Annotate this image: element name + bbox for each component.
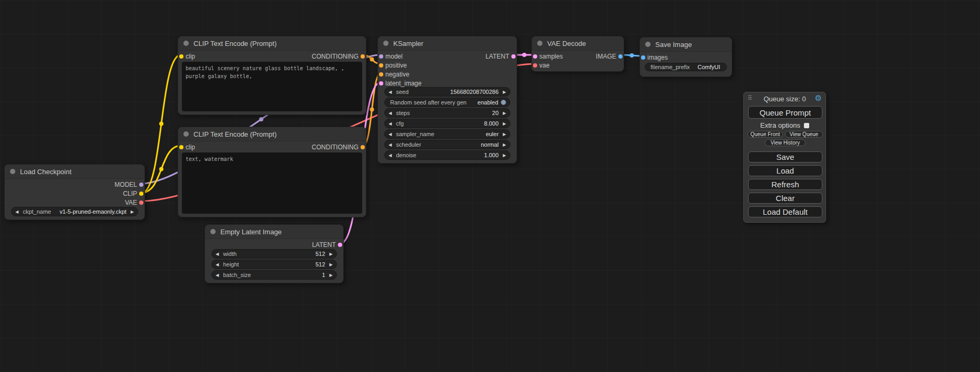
queue-front-button[interactable]: Queue Front <box>748 131 783 138</box>
node-title-bar[interactable]: CLIP Text Encode (Prompt) <box>178 36 366 51</box>
collapse-dot-icon[interactable] <box>10 169 15 174</box>
output-dot-latent[interactable] <box>511 54 516 59</box>
output-dot-conditioning[interactable] <box>361 145 365 149</box>
increment-arrow-icon[interactable]: ▶ <box>329 273 333 278</box>
output-slot-latent: LATENT <box>205 240 343 249</box>
input-dot-samples[interactable] <box>533 54 537 59</box>
output-dot-image[interactable] <box>618 54 623 59</box>
decrement-arrow-icon[interactable]: ◀ <box>15 209 18 214</box>
widget-label: denoise <box>396 152 416 158</box>
decrement-arrow-icon[interactable]: ◀ <box>389 142 392 147</box>
collapse-dot-icon[interactable] <box>210 229 216 234</box>
collapse-dot-icon[interactable] <box>537 41 542 46</box>
decrement-arrow-icon[interactable]: ◀ <box>389 90 392 94</box>
node-title-bar[interactable]: CLIP Text Encode (Prompt) <box>178 127 366 141</box>
slot-label: negative <box>385 71 409 78</box>
widget-seed[interactable]: ◀ seed 156680208700286 ▶ <box>384 87 510 97</box>
increment-arrow-icon[interactable]: ▶ <box>503 111 506 116</box>
decrement-arrow-icon[interactable]: ◀ <box>389 111 392 116</box>
queue-prompt-button[interactable]: Queue Prompt <box>748 106 822 119</box>
view-queue-button[interactable]: View Queue <box>785 131 823 138</box>
slot-label: clip <box>186 144 195 151</box>
collapse-dot-icon[interactable] <box>383 41 389 46</box>
node-title-bar[interactable]: VAE Decode <box>532 36 624 51</box>
collapse-dot-icon[interactable] <box>183 131 189 137</box>
node-clip-text-encode-positive[interactable]: CLIP Text Encode (Prompt) clip CONDITION… <box>178 36 366 115</box>
widget-value: 8.000 <box>484 120 499 127</box>
output-dot-latent[interactable] <box>338 243 342 247</box>
decrement-arrow-icon[interactable]: ◀ <box>389 132 392 137</box>
node-title-bar[interactable]: Empty Latent Image <box>205 225 343 239</box>
widget-steps[interactable]: ◀ steps 20 ▶ <box>384 108 510 118</box>
input-dot-vae[interactable] <box>533 63 537 68</box>
drag-handle-icon[interactable]: ⠿ <box>748 94 752 102</box>
widget-scheduler[interactable]: ◀ scheduler normal ▶ <box>384 140 510 149</box>
decrement-arrow-icon[interactable]: ◀ <box>389 153 392 158</box>
output-dot-conditioning[interactable] <box>361 54 365 59</box>
extra-options-checkbox[interactable] <box>804 123 809 128</box>
increment-arrow-icon[interactable]: ▶ <box>329 262 333 267</box>
decrement-arrow-icon[interactable]: ◀ <box>216 262 219 267</box>
widget-ckpt-name[interactable]: ◀ ckpt_name v1-5-pruned-emaonly.ckpt ▶ <box>11 207 138 216</box>
node-title-bar[interactable]: Save Image <box>640 37 732 52</box>
toggle-knob-icon[interactable] <box>501 100 506 105</box>
prompt-textarea[interactable]: beautiful scenery nature glass bottle la… <box>182 62 362 111</box>
slot-row: clip CONDITIONING <box>178 52 366 61</box>
node-clip-text-encode-negative[interactable]: CLIP Text Encode (Prompt) clip CONDITION… <box>178 127 366 217</box>
input-dot-images[interactable] <box>641 55 645 60</box>
node-title-bar[interactable]: Load Checkpoint <box>5 165 144 179</box>
widget-width[interactable]: ◀ width 512 ▶ <box>211 249 337 259</box>
input-dot-positive[interactable] <box>379 63 383 68</box>
widget-height[interactable]: ◀ height 512 ▶ <box>211 260 337 269</box>
node-load-checkpoint[interactable]: Load Checkpoint MODEL CLIP VAE ◀ ckpt_na… <box>4 164 145 220</box>
output-dot-vae[interactable] <box>139 201 143 205</box>
output-dot-clip[interactable] <box>139 192 143 196</box>
input-dot-clip[interactable] <box>179 54 183 59</box>
increment-arrow-icon[interactable]: ▶ <box>503 132 506 137</box>
output-dot-model[interactable] <box>139 183 143 187</box>
widget-random-seed-toggle[interactable]: Random seed after every gen enabled <box>384 98 510 107</box>
decrement-arrow-icon[interactable]: ◀ <box>389 121 392 126</box>
increment-arrow-icon[interactable]: ▶ <box>503 142 506 147</box>
widget-sampler-name[interactable]: ◀ sampler_name euler ▶ <box>384 129 510 139</box>
node-save-image[interactable]: Save Image images filename_prefix ComfyU… <box>639 37 732 77</box>
collapse-dot-icon[interactable] <box>645 42 651 47</box>
slot-label: VAE <box>125 199 137 206</box>
slot-label: latent_image <box>385 80 422 87</box>
decrement-arrow-icon[interactable]: ◀ <box>216 252 219 256</box>
input-dot-negative[interactable] <box>379 72 383 77</box>
node-title-bar[interactable]: KSampler <box>378 36 517 51</box>
settings-gear-icon[interactable]: ⚙ <box>815 93 822 103</box>
widget-batch-size[interactable]: ◀ batch_size 1 ▶ <box>211 270 337 280</box>
node-ksampler[interactable]: KSampler model LATENT positive negative … <box>377 36 517 164</box>
clear-button[interactable]: Clear <box>748 193 822 204</box>
widget-denoise[interactable]: ◀ denoise 1.000 ▶ <box>384 150 510 160</box>
node-vae-decode[interactable]: VAE Decode samples IMAGE vae <box>531 36 624 72</box>
increment-arrow-icon[interactable]: ▶ <box>131 209 134 214</box>
widget-filename-prefix[interactable]: filename_prefix ComfyUI <box>645 63 727 71</box>
refresh-button[interactable]: Refresh <box>748 179 822 190</box>
view-history-button[interactable]: View History <box>765 139 806 146</box>
output-slot-vae: VAE <box>5 198 144 207</box>
load-button[interactable]: Load <box>748 165 822 176</box>
widget-value: 156680208700286 <box>450 89 499 95</box>
decrement-arrow-icon[interactable]: ◀ <box>216 273 219 278</box>
input-dot-clip[interactable] <box>179 145 183 149</box>
collapse-dot-icon[interactable] <box>183 41 189 46</box>
widget-cfg[interactable]: ◀ cfg 8.000 ▶ <box>384 119 510 128</box>
input-slot-images: images <box>640 53 732 62</box>
increment-arrow-icon[interactable]: ▶ <box>503 121 506 126</box>
slot-row: clip CONDITIONING <box>178 142 366 151</box>
prompt-textarea[interactable]: text, watermark <box>182 152 362 214</box>
input-slot-positive: positive <box>378 61 517 70</box>
increment-arrow-icon[interactable]: ▶ <box>503 90 506 94</box>
widget-label: sampler_name <box>396 131 434 137</box>
node-empty-latent-image[interactable]: Empty Latent Image LATENT ◀ width 512 ▶ … <box>205 224 344 283</box>
input-dot-model[interactable] <box>379 54 383 59</box>
save-button[interactable]: Save <box>748 151 822 163</box>
load-default-button[interactable]: Load Default <box>748 206 822 217</box>
increment-arrow-icon[interactable]: ▶ <box>329 252 333 256</box>
input-dot-latent-image[interactable] <box>379 81 383 85</box>
menu-header: ⠿ Queue size: 0 ⚙ <box>744 92 826 105</box>
increment-arrow-icon[interactable]: ▶ <box>503 153 506 158</box>
